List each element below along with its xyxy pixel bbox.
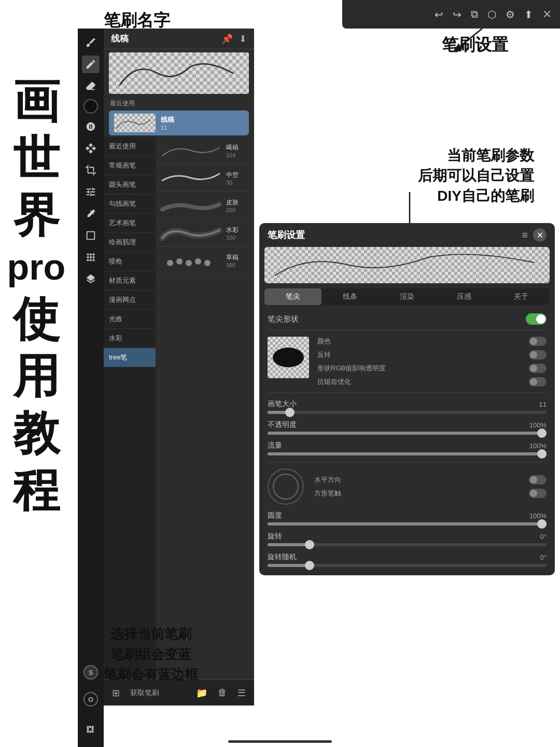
option-antialias-toggle[interactable] <box>529 377 547 386</box>
brush-item-pifu[interactable]: 皮肤 200 <box>156 192 254 219</box>
slider-opacity-thumb[interactable] <box>537 428 547 438</box>
slider-rotation-random-thumb[interactable] <box>305 561 314 570</box>
char-cheng: 程 <box>13 467 60 514</box>
slider-size-track[interactable] <box>268 411 547 414</box>
s-button[interactable]: S <box>83 665 98 680</box>
tab-tip[interactable]: 笔尖 <box>264 288 321 305</box>
footer-get-brush-label[interactable]: 获取笔刷 <box>130 688 186 698</box>
select-tool[interactable] <box>82 161 100 179</box>
tab-about[interactable]: 关于 <box>493 288 550 305</box>
layers-icon[interactable]: ⧉ <box>471 8 478 20</box>
selected-brush-item[interactable]: 线稿 11 <box>109 110 249 135</box>
slider-roundness-track[interactable] <box>268 522 547 525</box>
svg-point-5 <box>176 258 183 265</box>
option-square-toggle[interactable] <box>529 489 547 498</box>
tab-line[interactable]: 线条 <box>321 288 379 305</box>
tab-pressure[interactable]: 压感 <box>436 288 493 305</box>
grid-tool[interactable] <box>82 248 100 266</box>
smudge-tool[interactable] <box>82 118 100 135</box>
bsp-tip-toggle[interactable] <box>526 313 547 325</box>
close-icon[interactable]: ✕ <box>542 8 552 21</box>
option-invert-toggle[interactable] <box>529 350 547 359</box>
slider-opacity-label: 不透明度 <box>268 420 297 430</box>
color-picker-tool[interactable] <box>82 205 100 223</box>
option-rgb-toggle[interactable] <box>529 364 547 373</box>
brush-value-caogao: 305 <box>226 262 250 268</box>
bsp-option-invert: 反转 <box>317 350 547 359</box>
brush-item-shuicai[interactable]: 水彩 100 <box>156 219 254 247</box>
slider-size-thumb[interactable] <box>285 408 295 417</box>
brush-list: 噶稿 104 中空 30 <box>156 137 254 680</box>
footer-folder-icon[interactable]: 📁 <box>196 687 207 699</box>
slider-rotation-track[interactable] <box>268 543 547 546</box>
brush-tool[interactable] <box>82 34 100 51</box>
category-art[interactable]: 艺术画笔 <box>104 214 156 233</box>
slider-roundness-thumb[interactable] <box>537 519 547 529</box>
bsp-tip-shape-preview[interactable] <box>268 337 309 378</box>
settings-icon[interactable]: ⚙ <box>506 8 515 21</box>
category-airbrush[interactable]: 喷枪 <box>104 252 156 271</box>
bsp-divider-1 <box>268 330 547 330</box>
category-regular[interactable]: 常规画笔 <box>104 156 156 175</box>
color-circle[interactable] <box>83 99 98 114</box>
o-button[interactable]: O <box>83 692 98 707</box>
category-watercolor[interactable]: 水彩 <box>104 329 156 348</box>
brush-panel-header: 线稿 📌 ⬇ <box>104 29 254 49</box>
slider-rotation-random-track[interactable] <box>268 564 547 567</box>
category-comic[interactable]: 漫画网点 <box>104 290 156 310</box>
bsp-menu-icon[interactable]: ≡ <box>522 229 528 241</box>
option-square: 方形笔触 <box>314 489 547 498</box>
slider-rotation: 旋转 0° <box>259 529 555 549</box>
slider-flow-thumb[interactable] <box>537 449 547 459</box>
adjust-tool[interactable] <box>82 183 100 201</box>
brush-item-caogao[interactable]: 草稿 305 <box>156 247 254 274</box>
pin-icon[interactable]: 📌 <box>221 33 233 45</box>
bsp-close-button[interactable]: ✕ <box>533 228 547 242</box>
redo-icon[interactable]: ↪ <box>453 8 461 21</box>
brush-value-zhongkong: 30 <box>226 179 250 186</box>
slider-size: 画笔大小 11 <box>259 396 555 417</box>
slider-flow-track[interactable] <box>268 452 547 455</box>
undo-icon[interactable]: ↩ <box>435 8 443 21</box>
slider-rotation-label: 旋转 <box>268 532 282 541</box>
footer-delete-icon[interactable]: 🗑 <box>218 687 227 698</box>
option-color-toggle[interactable] <box>529 337 547 346</box>
pencil-tool[interactable] <box>82 56 100 73</box>
bsp-angle-circle[interactable] <box>268 468 304 505</box>
grid-dots-tool[interactable] <box>82 720 100 738</box>
import-icon[interactable]: ⬇ <box>239 33 247 45</box>
bsp-brush-preview <box>264 247 550 283</box>
footer-add-icon[interactable]: ⊞ <box>112 687 120 699</box>
tab-render[interactable]: 渲染 <box>379 288 436 305</box>
category-round[interactable]: 圆头画笔 <box>104 175 156 195</box>
category-recent[interactable]: 最近使用 <box>104 137 156 156</box>
slider-rotation-thumb[interactable] <box>305 540 314 549</box>
option-horizontal-toggle[interactable] <box>529 475 547 485</box>
bsp-tabs: 笔尖 线条 渲染 压感 关于 <box>264 288 550 305</box>
category-texture[interactable]: 绘画肌理 <box>104 233 156 252</box>
brush-item-gao[interactable]: 噶稿 104 <box>156 137 254 164</box>
slider-opacity-track[interactable] <box>268 432 547 435</box>
reference-icon[interactable]: ⬡ <box>487 8 496 21</box>
params-line2: 后期可以自己设置 <box>418 165 534 186</box>
bsp-option-rgb: 形状RGB值影响透明度 <box>317 364 547 373</box>
brush-item-zhongkong[interactable]: 中空 30 <box>156 164 254 192</box>
rectangle-tool[interactable] <box>82 227 100 244</box>
left-title-text: 画 世 界 pro 使 用 教 程 <box>0 78 73 514</box>
selected-brush-name: 线稿 <box>161 115 174 125</box>
slider-rotation-random-value: 0° <box>540 554 547 561</box>
category-tree[interactable]: tree笔 <box>104 348 156 367</box>
category-glow[interactable]: 光效 <box>104 310 156 329</box>
category-material[interactable]: 材质元素 <box>104 271 156 290</box>
category-outline[interactable]: 勾线画笔 <box>104 195 156 214</box>
export-icon[interactable]: ⬆ <box>524 8 533 21</box>
slider-opacity-fill <box>268 432 547 435</box>
svg-point-8 <box>204 260 211 266</box>
transform-tool[interactable] <box>82 140 100 157</box>
eraser-tool[interactable] <box>82 77 100 95</box>
footer-menu-icon[interactable]: ☰ <box>237 687 246 699</box>
option-antialias-label: 抗锯齿优化 <box>317 377 351 386</box>
layers-sidebar-tool[interactable] <box>82 270 100 288</box>
bsp-tip-options: 颜色 反转 形状RGB值影响透明度 抗锯齿优化 <box>317 337 547 386</box>
brush-panel-title: 线稿 <box>111 33 129 45</box>
